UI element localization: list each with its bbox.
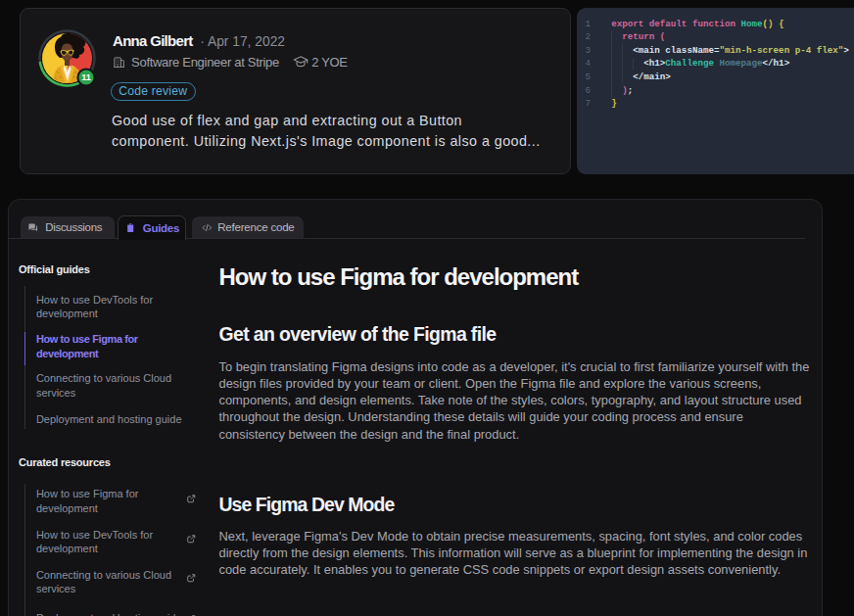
- svg-text:11: 11: [81, 72, 91, 82]
